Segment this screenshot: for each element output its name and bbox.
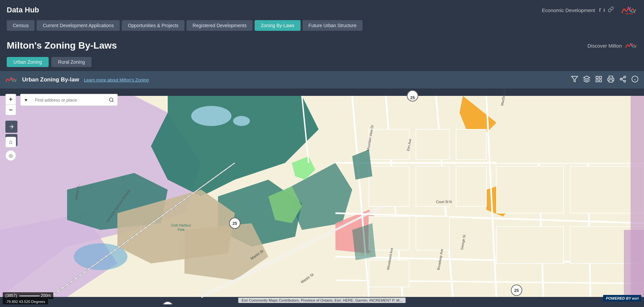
map-toolbar: Urban Zoning By-law Learn more about Mil… — [0, 71, 644, 88]
svg-rect-55 — [369, 129, 409, 160]
map-scale: (3857) 200m — [3, 292, 53, 299]
site-title: Data Hub — [7, 6, 39, 14]
milton-logo-small — [625, 40, 637, 52]
search-bar: ▼ — [20, 94, 118, 106]
header-right: Economic Development 𝐟 𝐭 MILTON — [542, 2, 637, 18]
zoom-level: (3857) — [5, 293, 17, 298]
layers-icon[interactable] — [583, 75, 590, 84]
svg-point-37 — [191, 106, 231, 126]
scale-label: 200m — [41, 293, 51, 298]
print-icon[interactable] — [607, 75, 614, 84]
svg-rect-60 — [456, 166, 486, 206]
tab-current-dev[interactable]: Current Development Applications — [37, 20, 120, 31]
page-title: Milton's Zoning By-Laws — [7, 40, 117, 51]
grid-icon[interactable] — [595, 75, 602, 84]
learn-more-link[interactable]: Learn more about Milton's Zoning — [84, 77, 149, 82]
tab-registered[interactable]: Registered Developments — [186, 20, 253, 31]
svg-text:25: 25 — [232, 221, 237, 226]
svg-rect-9 — [596, 76, 598, 78]
svg-rect-11 — [599, 79, 601, 81]
svg-text:Park: Park — [178, 228, 185, 232]
tab-zoning[interactable]: Zoning By-Laws — [255, 20, 300, 31]
sub-tab-rural[interactable]: Rural Zoning — [51, 57, 92, 67]
svg-rect-57 — [456, 129, 486, 160]
search-submit-button[interactable] — [105, 94, 118, 106]
map-attribution: Esri Community Maps Contributors, Provin… — [238, 298, 406, 303]
svg-point-87 — [162, 302, 173, 304]
milton-logo-header: MILTON — [621, 2, 637, 18]
link-icon[interactable] — [608, 6, 614, 14]
header: Data Hub Economic Development 𝐟 𝐭 MILTON — [0, 0, 644, 20]
zoom-controls: + − — [5, 94, 16, 115]
svg-rect-56 — [416, 129, 449, 160]
page-title-area: Milton's Zoning By-Laws Discover Milton — [0, 35, 644, 55]
toolbar-milton-logo — [5, 74, 17, 86]
social-icons: 𝐟 𝐭 — [599, 6, 614, 14]
home-button[interactable]: ⌂ — [5, 137, 16, 147]
sub-tab-urban[interactable]: Urban Zoning — [7, 57, 49, 67]
toolbar-right — [571, 75, 639, 84]
dropdown-arrow: ▼ — [24, 98, 28, 103]
svg-point-15 — [620, 78, 622, 80]
svg-rect-67 — [496, 227, 564, 263]
zoom-in-button[interactable]: + — [5, 94, 16, 105]
sub-tabs: Urban Zoning Rural Zoning — [0, 55, 644, 71]
tab-opportunities[interactable]: Opportunities & Projects — [122, 20, 184, 31]
svg-point-16 — [624, 80, 626, 82]
svg-marker-7 — [572, 76, 578, 82]
tab-census[interactable]: Census — [7, 20, 35, 31]
svg-text:MILTON: MILTON — [626, 13, 633, 15]
share-icon[interactable] — [619, 75, 627, 84]
twitter-icon[interactable]: 𝐭 — [603, 7, 605, 13]
svg-marker-8 — [584, 76, 590, 79]
map-container[interactable]: Martin St Martin St Canadian National Ra… — [0, 88, 644, 304]
svg-text:Cork Harbour: Cork Harbour — [171, 224, 192, 227]
svg-rect-12 — [596, 79, 598, 81]
toolbar-left: Urban Zoning By-law Learn more about Mil… — [5, 74, 149, 86]
svg-point-97 — [109, 98, 113, 102]
map-title: Urban Zoning By-law — [22, 76, 79, 83]
info-icon[interactable] — [631, 75, 639, 84]
svg-rect-64 — [496, 96, 644, 163]
esri-logo: POWERED BY esri — [603, 295, 641, 302]
discover-text: Discover Milton — [587, 43, 622, 49]
scale-bar — [19, 296, 40, 296]
economic-dev-label: Economic Development — [542, 7, 595, 13]
locate-button[interactable]: ◎ — [5, 150, 16, 161]
tab-future[interactable]: Future Urban Structure — [303, 20, 363, 31]
svg-rect-10 — [599, 76, 601, 78]
nav-tabs: Census Current Development Applications … — [0, 20, 644, 35]
svg-line-98 — [112, 101, 113, 102]
svg-rect-65 — [496, 166, 564, 213]
map-svg: Martin St Martin St Canadian National Ra… — [0, 88, 644, 304]
search-dropdown-button[interactable]: ▼ — [20, 94, 32, 106]
svg-point-14 — [624, 76, 626, 78]
svg-rect-94 — [624, 230, 644, 297]
svg-text:25: 25 — [410, 96, 415, 100]
facebook-icon[interactable]: 𝐟 — [599, 7, 601, 13]
svg-text:Court St N: Court St N — [436, 200, 452, 204]
zoom-out-button[interactable]: − — [5, 105, 16, 115]
svg-rect-13 — [609, 79, 613, 82]
svg-rect-58 — [369, 166, 409, 206]
search-input[interactable] — [32, 94, 105, 106]
svg-rect-61 — [369, 217, 409, 250]
svg-line-18 — [622, 77, 624, 78]
svg-text:25: 25 — [514, 288, 519, 293]
discover-milton: Discover Milton — [587, 40, 637, 52]
coordinates-display: -79.892 43.520 Degrees — [3, 299, 48, 304]
filter-icon[interactable] — [571, 75, 578, 84]
svg-point-38 — [233, 116, 250, 126]
svg-line-17 — [622, 79, 624, 81]
svg-rect-62 — [416, 217, 449, 250]
svg-point-39 — [74, 243, 127, 270]
measure-tool-button[interactable] — [5, 121, 17, 133]
svg-marker-70 — [352, 223, 376, 260]
